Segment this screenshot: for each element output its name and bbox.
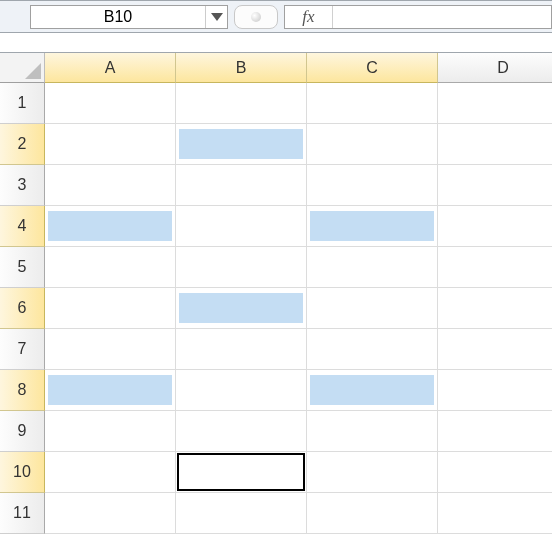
cell-A10[interactable] <box>45 452 176 493</box>
cell-D6[interactable] <box>438 288 552 329</box>
column-header-A[interactable]: A <box>45 53 176 83</box>
spreadsheet-grid[interactable]: ABCD1234567891011 <box>0 53 552 534</box>
row-header-1[interactable]: 1 <box>0 83 45 124</box>
cell-B11[interactable] <box>176 493 307 534</box>
cell-D11[interactable] <box>438 493 552 534</box>
cell-C9[interactable] <box>307 411 438 452</box>
cell-C2[interactable] <box>307 124 438 165</box>
cell-B10[interactable] <box>176 452 307 493</box>
cell-C3[interactable] <box>307 165 438 206</box>
cell-D2[interactable] <box>438 124 552 165</box>
column-header-D[interactable]: D <box>438 53 552 83</box>
svg-marker-0 <box>211 13 223 21</box>
cell-A9[interactable] <box>45 411 176 452</box>
cell-C7[interactable] <box>307 329 438 370</box>
highlight-fill <box>48 211 172 241</box>
formula-input[interactable] <box>333 6 551 28</box>
insert-function-button[interactable]: fx <box>285 6 333 28</box>
cell-A2[interactable] <box>45 124 176 165</box>
row-header-3[interactable]: 3 <box>0 165 45 206</box>
cell-A11[interactable] <box>45 493 176 534</box>
cell-A4[interactable] <box>45 206 176 247</box>
row-header-10[interactable]: 10 <box>0 452 45 493</box>
cell-B9[interactable] <box>176 411 307 452</box>
indicator-dot-icon <box>251 12 261 22</box>
cell-D8[interactable] <box>438 370 552 411</box>
cell-D1[interactable] <box>438 83 552 124</box>
formula-bar-row: B10 fx <box>0 0 552 33</box>
cell-D5[interactable] <box>438 247 552 288</box>
row-header-6[interactable]: 6 <box>0 288 45 329</box>
cell-C5[interactable] <box>307 247 438 288</box>
cell-C4[interactable] <box>307 206 438 247</box>
row-header-2[interactable]: 2 <box>0 124 45 165</box>
cell-D4[interactable] <box>438 206 552 247</box>
cell-B7[interactable] <box>176 329 307 370</box>
row-header-9[interactable]: 9 <box>0 411 45 452</box>
select-all-corner[interactable] <box>0 53 45 83</box>
cell-A1[interactable] <box>45 83 176 124</box>
cell-A8[interactable] <box>45 370 176 411</box>
column-header-B[interactable]: B <box>176 53 307 83</box>
highlight-fill <box>179 129 303 159</box>
column-header-C[interactable]: C <box>307 53 438 83</box>
name-box-value: B10 <box>31 8 205 26</box>
cell-C10[interactable] <box>307 452 438 493</box>
cell-D10[interactable] <box>438 452 552 493</box>
cell-B3[interactable] <box>176 165 307 206</box>
highlight-fill <box>48 375 172 405</box>
cell-B2[interactable] <box>176 124 307 165</box>
cell-B1[interactable] <box>176 83 307 124</box>
formula-bar: fx <box>284 5 552 29</box>
cell-B6[interactable] <box>176 288 307 329</box>
cell-B5[interactable] <box>176 247 307 288</box>
highlight-fill <box>179 293 303 323</box>
highlight-fill <box>310 375 434 405</box>
cell-A3[interactable] <box>45 165 176 206</box>
highlight-fill <box>310 211 434 241</box>
row-header-5[interactable]: 5 <box>0 247 45 288</box>
chevron-down-icon <box>211 13 223 21</box>
cell-C1[interactable] <box>307 83 438 124</box>
row-header-11[interactable]: 11 <box>0 493 45 534</box>
cell-C6[interactable] <box>307 288 438 329</box>
cell-A7[interactable] <box>45 329 176 370</box>
cell-C11[interactable] <box>307 493 438 534</box>
cell-D9[interactable] <box>438 411 552 452</box>
cell-D7[interactable] <box>438 329 552 370</box>
cancel-enter-box <box>234 5 278 29</box>
cell-C8[interactable] <box>307 370 438 411</box>
cell-A6[interactable] <box>45 288 176 329</box>
cell-B4[interactable] <box>176 206 307 247</box>
cell-D3[interactable] <box>438 165 552 206</box>
cell-B8[interactable] <box>176 370 307 411</box>
row-header-8[interactable]: 8 <box>0 370 45 411</box>
cell-A5[interactable] <box>45 247 176 288</box>
row-header-4[interactable]: 4 <box>0 206 45 247</box>
name-box[interactable]: B10 <box>30 5 228 29</box>
name-box-dropdown[interactable] <box>205 6 227 28</box>
row-header-7[interactable]: 7 <box>0 329 45 370</box>
spacer-bar <box>0 33 552 53</box>
